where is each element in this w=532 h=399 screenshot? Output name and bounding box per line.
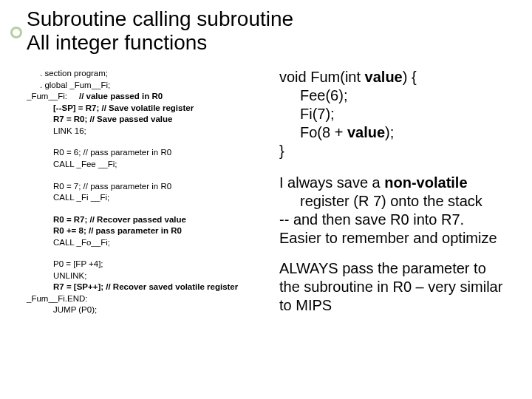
prose-text: I always save a (279, 174, 384, 191)
asm-bold-line: R0 = R7; // Recover passed value (53, 215, 186, 224)
c-line: void Fum(int value) { (279, 68, 510, 86)
slide: Subroutine calling subroutine All intege… (0, 0, 532, 399)
content-columns: . section program; . global _Fum__Fi; _F… (27, 68, 510, 327)
asm-line: . section program; (27, 68, 270, 80)
asm-bold-line: [--SP] = R7; // Save volatile register (53, 103, 194, 112)
slide-title: Subroutine calling subroutine All intege… (27, 7, 510, 55)
title-bullet-icon (10, 27, 22, 38)
prose-line: register (R 7) onto the stack (279, 192, 510, 211)
title-line-1: Subroutine calling subroutine (27, 7, 293, 30)
c-line: } (279, 142, 510, 160)
asm-line: R0 = R7; // Recover passed value (27, 214, 270, 226)
assembly-code-column: . section program; . global _Fum__Fi; _F… (27, 68, 270, 327)
c-param: value (365, 69, 403, 85)
c-text: void Fum(int (279, 69, 365, 85)
asm-line: UNLINK; (27, 270, 270, 282)
c-text: Fo(8 + (300, 124, 347, 140)
prose-line: -- and then save R0 into R7. Easier to r… (279, 211, 510, 248)
title-line-2: All integer functions (27, 31, 207, 54)
c-text: ); (385, 124, 394, 140)
note-pass-parameter: ALWAYS pass the parameter to the subrout… (279, 259, 510, 315)
asm-line: R0 = 6; // pass parameter in R0 (27, 147, 270, 159)
asm-line: CALL _Fo__Fi; (27, 237, 270, 249)
asm-line: R7 = R0; // Save passed value (27, 114, 270, 126)
c-line: Fee(6); (279, 86, 510, 105)
c-line: Fo(8 + value); (279, 123, 510, 142)
asm-line: LINK 16; (27, 126, 270, 137)
asm-label: _Fum__Fi: (27, 92, 67, 100)
asm-line: . global _Fum__Fi; (27, 80, 270, 92)
asm-line: _Fum__Fi.END: (27, 293, 270, 305)
explanation-column: void Fum(int value) { Fee(6); Fi(7); Fo(… (279, 68, 510, 327)
asm-line: R0 += 8; // pass parameter in R0 (27, 225, 270, 237)
asm-block-call1: R0 = 6; // pass parameter in R0 CALL _Fe… (27, 147, 270, 170)
asm-line: R7 = [SP++]; // Recover saved volatile r… (27, 282, 270, 293)
c-line: Fi(7); (279, 105, 510, 123)
asm-line: JUMP (P0); (27, 304, 270, 316)
asm-line: CALL _Fi __Fi; (27, 192, 270, 204)
asm-comment: // value passed in R0 (79, 92, 163, 100)
asm-bold-line: R0 += 8; // pass parameter in R0 (53, 226, 182, 235)
asm-line: _Fum__Fi: // value passed in R0 (27, 91, 270, 103)
asm-line: P0 = [FP +4]; (27, 259, 270, 270)
asm-block-return: P0 = [FP +4]; UNLINK; R7 = [SP++]; // Re… (27, 259, 270, 316)
asm-block-call3: R0 = R7; // Recover passed value R0 += 8… (27, 214, 270, 249)
asm-block-header: . section program; . global _Fum__Fi; _F… (27, 68, 270, 137)
c-param: value (347, 124, 385, 140)
note-save-register: I always save a non-volatile register (R… (279, 174, 510, 248)
asm-line: R0 = 7; // pass parameter in R0 (27, 181, 270, 193)
asm-block-call2: R0 = 7; // pass parameter in R0 CALL _Fi… (27, 181, 270, 204)
asm-line: CALL _Fee __Fi; (27, 159, 270, 171)
prose-line: ALWAYS pass the parameter to the subrout… (279, 259, 510, 315)
prose-line: I always save a non-volatile (279, 174, 510, 192)
c-text: ) { (403, 69, 417, 85)
asm-bold-line: R7 = [SP++]; // Recover saved volatile r… (53, 282, 238, 291)
asm-bold-line: R7 = R0; // Save passed value (53, 115, 172, 123)
c-code-block: void Fum(int value) { Fee(6); Fi(7); Fo(… (279, 68, 510, 160)
asm-line: [--SP] = R7; // Save volatile register (27, 103, 270, 115)
prose-bold: non-volatile (384, 174, 467, 191)
